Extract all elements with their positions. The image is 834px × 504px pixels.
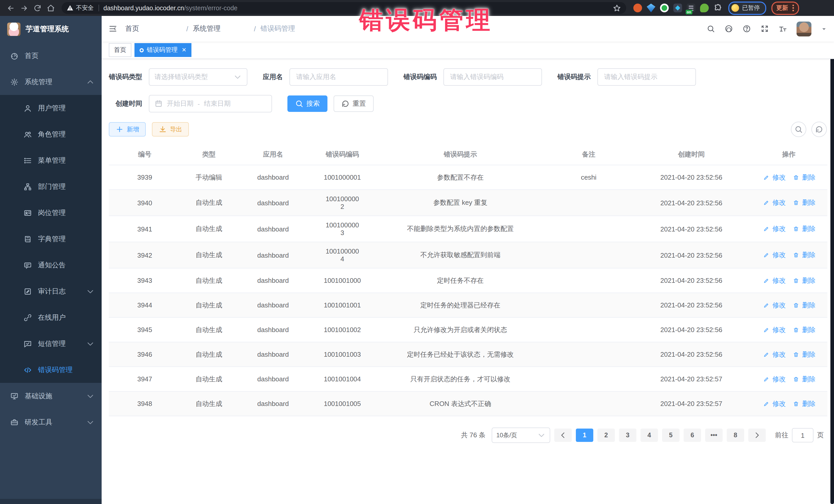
- reset-button[interactable]: 重置: [334, 95, 374, 112]
- action-delete-link[interactable]: 删除: [792, 250, 815, 260]
- sidebar-item-sms-management[interactable]: 短信管理: [0, 330, 102, 357]
- user-avatar[interactable]: [796, 21, 811, 36]
- action-edit-link[interactable]: 修改: [762, 224, 786, 234]
- address-bar[interactable]: 不安全 dashboard.yudao.iocoder.cn/system/er…: [62, 2, 626, 14]
- action-edit-link[interactable]: 修改: [762, 173, 786, 182]
- page-button-5[interactable]: 5: [662, 429, 680, 442]
- action-delete-link[interactable]: 删除: [792, 173, 815, 182]
- action-delete-link[interactable]: 删除: [792, 301, 815, 310]
- action-edit-link[interactable]: 修改: [762, 374, 786, 384]
- page-button-8[interactable]: 8: [727, 429, 744, 442]
- next-page-button[interactable]: [748, 429, 766, 442]
- row-type: 自动生成: [181, 193, 237, 213]
- extension-orange-icon[interactable]: [633, 4, 642, 12]
- refresh-table-button[interactable]: [811, 122, 827, 137]
- row-app: dashboard: [237, 321, 309, 339]
- goto-page: 前往 1 页: [775, 428, 824, 442]
- sidebar-item-dept-management[interactable]: 部门管理: [0, 174, 102, 200]
- sidebar-logo[interactable]: 芋道管理系统: [0, 16, 102, 43]
- action-edit-link[interactable]: 修改: [762, 301, 786, 310]
- search-button[interactable]: 搜索: [287, 95, 327, 112]
- security-status[interactable]: 不安全: [67, 4, 94, 12]
- forward-icon[interactable]: [18, 1, 31, 15]
- action-delete-link[interactable]: 删除: [792, 374, 815, 384]
- sidebar-item-dev-tools[interactable]: 研发工具: [0, 409, 102, 435]
- action-edit-link[interactable]: 修改: [762, 198, 786, 207]
- sidebar-item-notice-announcement[interactable]: 通知公告: [0, 252, 102, 278]
- chevron-down-icon: [86, 392, 94, 400]
- error-msg-input[interactable]: 请输入错误码提示: [597, 68, 696, 86]
- action-delete-link[interactable]: 删除: [792, 399, 815, 408]
- page-scrollbar[interactable]: [830, 16, 834, 504]
- toggle-search-button[interactable]: [791, 122, 806, 137]
- sidebar-item-dict-management[interactable]: 字典管理: [0, 226, 102, 252]
- breadcrumb-section[interactable]: 系统管理: [193, 24, 249, 34]
- page-button-6[interactable]: 6: [684, 429, 701, 442]
- export-button[interactable]: 导出: [152, 122, 189, 136]
- page-button-1[interactable]: 1: [576, 429, 593, 442]
- action-delete-link[interactable]: 删除: [792, 325, 815, 334]
- sidebar-item-infrastructure[interactable]: 基础设施: [0, 383, 102, 409]
- action-edit-link[interactable]: 修改: [762, 399, 786, 408]
- font-size-icon[interactable]: [778, 25, 787, 33]
- help-icon[interactable]: [743, 25, 751, 33]
- prev-page-button[interactable]: [554, 429, 572, 442]
- action-delete-link[interactable]: 删除: [792, 276, 815, 285]
- action-delete-link[interactable]: 删除: [792, 350, 815, 359]
- page-button-4[interactable]: 4: [640, 429, 658, 442]
- extension-gem-icon[interactable]: [647, 4, 655, 12]
- trash-icon: [793, 302, 799, 308]
- tag-home-label: 首页: [114, 46, 126, 54]
- app-name-input[interactable]: 请输入应用名: [289, 68, 388, 86]
- error-code-input[interactable]: 请输入错误码编码: [443, 68, 542, 86]
- row-code: 1001000002: [309, 190, 376, 216]
- bookmark-star-icon[interactable]: [613, 4, 621, 12]
- date-range-picker[interactable]: 开始日期 - 结束日期: [149, 95, 272, 112]
- action-edit-link[interactable]: 修改: [762, 325, 786, 334]
- sidebar-item-system-management[interactable]: 系统管理: [0, 69, 102, 95]
- breadcrumb-home[interactable]: 首页: [125, 24, 182, 34]
- plus-icon: [115, 125, 124, 133]
- extension-person-icon[interactable]: [700, 4, 709, 12]
- error-type-select[interactable]: 请选择错误码类型: [149, 68, 247, 86]
- more-pages-button[interactable]: •••: [705, 429, 723, 442]
- tag-error-code-active[interactable]: 错误码管理 ✕: [134, 43, 192, 57]
- page-button-2[interactable]: 2: [597, 429, 615, 442]
- sidebar-toggle-icon[interactable]: [109, 25, 117, 33]
- action-delete-link[interactable]: 删除: [792, 224, 815, 234]
- tag-home[interactable]: 首页: [109, 43, 131, 57]
- page-button-3[interactable]: 3: [619, 429, 636, 442]
- tag-close-icon[interactable]: ✕: [182, 47, 186, 53]
- sidebar-item-error-code-management[interactable]: 错误码管理: [0, 357, 102, 383]
- add-button[interactable]: 新增: [109, 122, 146, 136]
- extension-list-icon[interactable]: on: [687, 4, 696, 12]
- extensions-puzzle-icon[interactable]: [714, 4, 722, 12]
- sidebar-item-audit-log[interactable]: 审计日志: [0, 278, 102, 304]
- back-icon[interactable]: [4, 1, 18, 15]
- extension-tile-icon[interactable]: [673, 4, 682, 12]
- scrollbar-thumb[interactable]: [830, 37, 834, 504]
- avatar-caret-icon[interactable]: [821, 26, 827, 31]
- sidebar-item-user-management[interactable]: 用户管理: [0, 95, 102, 121]
- sidebar-item-home[interactable]: 首页: [0, 43, 102, 69]
- browser-menu-icon[interactable]: [792, 5, 794, 11]
- profile-chip[interactable]: 已暂停: [728, 1, 766, 15]
- home-icon[interactable]: [44, 1, 58, 15]
- sidebar-item-post-management[interactable]: 岗位管理: [0, 200, 102, 226]
- sidebar-item-menu-management[interactable]: 菜单管理: [0, 147, 102, 174]
- extension-green-check-icon[interactable]: [662, 5, 667, 11]
- reload-icon[interactable]: [31, 1, 44, 15]
- header-search-icon[interactable]: [707, 25, 715, 33]
- sidebar-item-label: 角色管理: [38, 130, 66, 139]
- page-size-select[interactable]: 10条/页: [492, 428, 550, 443]
- action-edit-link[interactable]: 修改: [762, 276, 786, 285]
- goto-page-input[interactable]: 1: [792, 428, 813, 442]
- update-button[interactable]: 更新: [771, 1, 799, 15]
- action-edit-link[interactable]: 修改: [762, 250, 786, 260]
- action-delete-link[interactable]: 删除: [792, 198, 815, 207]
- action-edit-link[interactable]: 修改: [762, 350, 786, 359]
- github-icon[interactable]: [725, 25, 733, 33]
- sidebar-item-online-users[interactable]: 在线用户: [0, 304, 102, 330]
- fullscreen-icon[interactable]: [761, 25, 769, 33]
- sidebar-item-role-management[interactable]: 角色管理: [0, 121, 102, 147]
